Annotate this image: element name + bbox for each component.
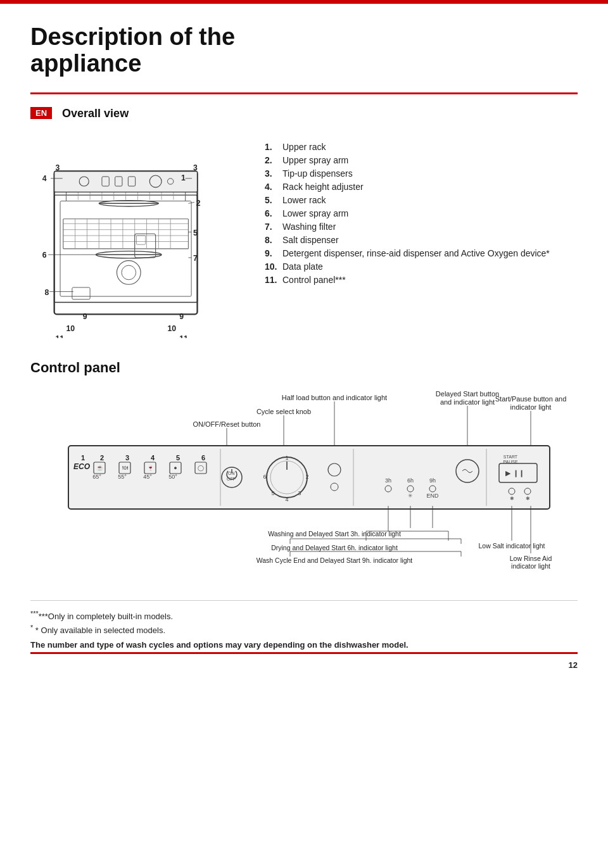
item-text: Upper spray arm [282, 155, 348, 165]
appliance-item: 1.Upper rack [265, 142, 578, 152]
svg-text:5: 5 [271, 490, 274, 496]
en-badge: EN [30, 107, 52, 119]
appliance-item: 11.Control panel*** [265, 275, 578, 285]
svg-text:◯: ◯ [198, 465, 204, 472]
item-text: Upper rack [282, 142, 326, 152]
item-number: 10. [265, 261, 279, 272]
appliance-item: 9.Detergent dispenser, rinse-aid dispens… [265, 248, 578, 258]
svg-text:✳: ✳ [408, 493, 413, 499]
svg-point-34 [117, 260, 141, 284]
svg-text:Cycle select knob: Cycle select knob [256, 408, 311, 415]
svg-text:6h: 6h [407, 477, 414, 484]
item-number: 6. [265, 208, 279, 218]
item-text: Salt dispenser [282, 235, 339, 245]
appliance-svg: 3 3 4 1 2 5 6 7 8 9 9 [30, 135, 233, 338]
svg-text:3: 3 [56, 163, 60, 172]
svg-text:5: 5 [193, 229, 198, 237]
svg-text:6: 6 [201, 454, 205, 462]
item-number: 8. [265, 235, 279, 245]
svg-rect-38 [137, 236, 146, 244]
svg-text:START: START [504, 455, 518, 459]
svg-text:1: 1 [181, 173, 186, 182]
footnote-bold: The number and type of wash cycles and o… [30, 640, 578, 650]
control-panel-section: Control panel Half load button and indic… [30, 360, 578, 581]
overall-view-title: Overall view [62, 107, 129, 120]
page-title: Description of the appliance [30, 24, 578, 77]
svg-text:Wash Cycle End and Delayed Sta: Wash Cycle End and Delayed Start 9h. ind… [256, 557, 413, 564]
red-divider [30, 92, 578, 94]
item-number: 1. [265, 142, 279, 152]
svg-text:Low Rinse Aid: Low Rinse Aid [510, 555, 552, 562]
svg-text:2: 2 [305, 474, 308, 480]
svg-text:11: 11 [56, 334, 65, 337]
svg-text:45°: 45° [143, 474, 152, 480]
svg-text:END: END [426, 493, 439, 499]
svg-text:ECO: ECO [73, 462, 91, 471]
svg-rect-82 [68, 446, 550, 509]
svg-text:9: 9 [179, 311, 184, 320]
svg-text:5: 5 [176, 454, 180, 462]
svg-text:3: 3 [298, 490, 301, 496]
svg-text:Low Salt indicator light: Low Salt indicator light [478, 542, 545, 550]
svg-text:1: 1 [81, 454, 85, 462]
appliance-diagram: 3 3 4 1 2 5 6 7 8 9 9 [30, 135, 246, 341]
svg-text:2: 2 [100, 454, 104, 462]
svg-text:Delayed Start button: Delayed Start button [436, 390, 499, 398]
svg-text:Half load button and indicator: Half load button and indicator light [282, 394, 387, 401]
svg-text:Start/Pause button and: Start/Pause button and [495, 395, 567, 403]
item-text: Rack height adjuster [282, 182, 364, 192]
item-text: Control panel*** [282, 275, 346, 285]
svg-text:9: 9 [83, 311, 87, 320]
appliance-item: 10.Data plate [265, 261, 578, 272]
svg-text:☕: ☕ [96, 464, 104, 472]
svg-text:50°: 50° [168, 474, 177, 480]
svg-text:10: 10 [167, 324, 176, 332]
appliance-item: 5.Lower rack [265, 195, 578, 205]
cp-full-diagram: Half load button and indicator light Cyc… [30, 389, 578, 581]
svg-text:1: 1 [285, 455, 288, 461]
svg-text:6: 6 [263, 474, 266, 480]
appliance-item: 3.Tip-up dispensers [265, 168, 578, 179]
svg-text:7: 7 [193, 253, 198, 262]
svg-text:65°: 65° [92, 474, 101, 480]
svg-text:55°: 55° [118, 474, 127, 480]
footnotes: ******Only in completely built-in models… [30, 600, 578, 650]
svg-text:6: 6 [42, 251, 47, 260]
svg-rect-39 [54, 171, 198, 192]
footnote-3stars: ******Only in completely built-in models… [30, 610, 578, 621]
svg-text:3h: 3h [385, 477, 391, 484]
item-text: Tip-up dispensers [282, 168, 353, 179]
svg-text:Drying and Delayed Start 6h. i: Drying and Delayed Start 6h. indicator l… [271, 544, 398, 551]
svg-text:🍽: 🍽 [122, 465, 128, 471]
svg-text:PAUSE: PAUSE [503, 460, 518, 464]
appliance-section: 3 3 4 1 2 5 6 7 8 9 9 [30, 135, 578, 341]
bottom-red-line [30, 652, 578, 654]
item-number: 3. [265, 168, 279, 179]
control-panel-title: Control panel [30, 360, 578, 376]
page-number: 12 [30, 660, 578, 670]
item-number: 2. [265, 155, 279, 165]
appliance-item: 8.Salt dispenser [265, 235, 578, 245]
appliance-item: 2.Upper spray arm [265, 155, 578, 165]
svg-text:▶: ▶ [505, 469, 511, 477]
svg-text:2: 2 [196, 199, 201, 208]
item-number: 9. [265, 248, 279, 258]
svg-rect-18 [63, 218, 189, 248]
svg-text:4: 4 [285, 496, 288, 503]
item-text: Washing filter [282, 222, 336, 232]
item-number: 11. [265, 275, 279, 285]
item-text: Data plate [282, 261, 323, 272]
item-number: 7. [265, 222, 279, 232]
svg-text:3: 3 [193, 163, 198, 172]
item-text: Lower spray arm [282, 208, 348, 218]
svg-point-35 [122, 265, 136, 280]
svg-text:8: 8 [45, 288, 49, 297]
svg-rect-37 [135, 234, 156, 258]
footnote-1star: * * Only available in selected models. [30, 624, 578, 635]
svg-text:❙❙: ❙❙ [513, 469, 524, 477]
item-number: 4. [265, 182, 279, 192]
svg-text:ON/OFF/Reset button: ON/OFF/Reset button [193, 420, 261, 428]
svg-text:11: 11 [179, 334, 188, 337]
svg-text:✱: ✱ [526, 496, 530, 501]
item-text: Lower rack [282, 195, 326, 205]
